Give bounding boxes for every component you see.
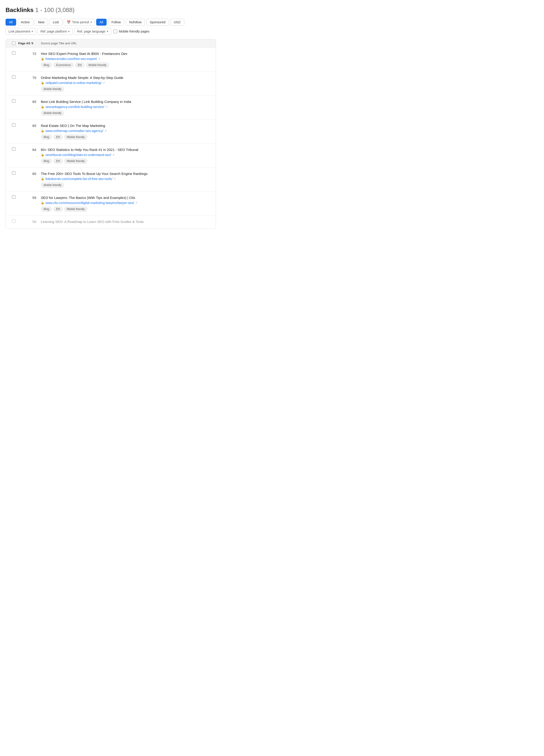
status-filter-active[interactable]: Active xyxy=(18,19,33,26)
link-type-all[interactable]: All xyxy=(96,19,107,26)
row-title: Real Estate SEO | On The Map Marketing xyxy=(41,123,212,128)
row-content: Learning SEO: A Roadmap to Learn SEO wit… xyxy=(39,219,212,225)
link-type-ugc[interactable]: UGC xyxy=(170,19,184,26)
select-all-checkbox[interactable] xyxy=(12,42,15,45)
row-checkbox[interactable] xyxy=(12,51,15,55)
row-content: The Free 200+ SEO Tools To Boost Up Your… xyxy=(39,171,212,188)
tag: EN xyxy=(53,159,63,164)
lock-icon: 🔒 xyxy=(41,129,44,132)
lock-icon: 🔒 xyxy=(41,105,44,108)
external-link-icon: ↗ xyxy=(135,201,137,204)
row-checkbox-col xyxy=(9,147,18,151)
tag: Mobile friendly xyxy=(41,87,64,92)
tag: EN xyxy=(75,63,84,68)
lock-icon: 🔒 xyxy=(41,81,44,84)
row-url-line: 🔒 www.clio.com/resources/digital-marketi… xyxy=(41,201,212,205)
row-url[interactable]: seotribunal.com/blog/stats-to-understand… xyxy=(45,153,111,157)
row-content: SEO for Lawyers: The Basics (With Tips a… xyxy=(39,195,212,212)
tag: EN xyxy=(53,135,63,140)
row-title: 60+ SEO Statistics to Help You Rank #1 i… xyxy=(41,147,212,152)
row-tags: Blog EN Mobile friendly xyxy=(41,159,212,164)
lock-icon: 🔒 xyxy=(41,57,44,60)
row-tags: Blog Ecommerce EN Mobile friendly xyxy=(41,63,212,68)
external-link-icon: ↗ xyxy=(114,177,116,180)
row-score: 70 xyxy=(18,75,39,80)
row-title: Best Link Building Service | Link Buildi… xyxy=(41,99,212,104)
tag: Mobile friendly xyxy=(41,183,64,188)
row-score: 72 xyxy=(18,51,39,56)
table-row: 58 Learning SEO: A Roadmap to Learn SEO … xyxy=(6,216,216,229)
status-filter-lost[interactable]: Lost xyxy=(49,19,62,26)
row-checkbox-col xyxy=(9,51,18,55)
tag: Mobile friendly xyxy=(41,111,64,116)
row-title: The Free 200+ SEO Tools To Boost Up Your… xyxy=(41,171,212,176)
row-checkbox[interactable] xyxy=(12,123,15,127)
row-tags: Blog EN Mobile friendly xyxy=(41,135,212,140)
chevron-down-icon: ▾ xyxy=(90,21,92,24)
link-placement-dropdown[interactable]: Link placement ▾ xyxy=(6,28,36,35)
row-url-line: 🔒 neilpatel.com/what-is-online-marketing… xyxy=(41,81,212,85)
ref-page-platform-dropdown[interactable]: Ref. page platform ▾ xyxy=(37,28,73,35)
row-title: Learning SEO: A Roadmap to Learn SEO wit… xyxy=(41,219,212,224)
lock-icon: 🔒 xyxy=(41,177,44,180)
page-title: Backlinks 1 - 100 (3,088) xyxy=(6,6,216,14)
mobile-friendly-checkbox[interactable] xyxy=(114,30,117,33)
row-checkbox[interactable] xyxy=(12,75,15,79)
row-checkbox-col xyxy=(9,75,18,79)
header-checkbox-col xyxy=(9,42,18,45)
link-type-nofollow[interactable]: Nofollow xyxy=(126,19,145,26)
row-checkbox[interactable] xyxy=(12,147,15,151)
row-url[interactable]: neilpatel.com/what-is-online-marketing/ xyxy=(45,81,102,85)
table-header: Page AS ⇅ Source page Title and URL xyxy=(6,39,216,48)
row-url[interactable]: www.onthemap.com/realtor-seo-agency/ xyxy=(45,129,103,133)
col-page-as-header[interactable]: Page AS ⇅ xyxy=(18,42,39,45)
tag: Mobile friendly xyxy=(64,207,87,212)
row-checkbox[interactable] xyxy=(12,195,15,199)
status-filter-all[interactable]: All xyxy=(6,19,16,26)
status-filter-new[interactable]: New xyxy=(35,19,48,26)
link-type-follow[interactable]: Follow xyxy=(108,19,124,26)
row-score: 65 xyxy=(18,99,39,104)
row-checkbox[interactable] xyxy=(12,99,15,103)
row-checkbox[interactable] xyxy=(12,171,15,175)
tag: Blog xyxy=(41,159,52,164)
row-score: 58 xyxy=(18,219,39,224)
table-row: 70 Online Marketing Made Simple: A Step-… xyxy=(6,72,216,96)
tag: Mobile friendly xyxy=(64,135,87,140)
tag: Blog xyxy=(41,63,52,68)
sort-icon: ⇅ xyxy=(31,42,33,45)
link-type-sponsored[interactable]: Sponsored xyxy=(146,19,169,26)
row-title: Hire SEO Expert Pricing Start At $500 - … xyxy=(41,51,212,56)
row-checkbox[interactable] xyxy=(12,219,15,223)
table-row: 72 Hire SEO Expert Pricing Start At $500… xyxy=(6,48,216,72)
row-url[interactable]: linkskorner.com/complete-list-of-free-se… xyxy=(45,177,112,181)
external-link-icon: ↗ xyxy=(112,153,114,156)
external-link-icon: ↗ xyxy=(98,57,100,60)
row-url-line: 🔒 linkskorner.com/complete-list-of-free-… xyxy=(41,177,212,181)
external-link-icon: ↗ xyxy=(105,105,108,108)
row-url[interactable]: freelancersdev.com/hire-seo-expert/ xyxy=(45,57,97,61)
row-checkbox-col xyxy=(9,171,18,175)
calendar-icon: 📅 xyxy=(67,20,71,24)
time-period-dropdown[interactable]: 📅 Time period ▾ xyxy=(64,19,95,26)
external-link-icon: ↗ xyxy=(105,129,107,132)
ref-page-language-dropdown[interactable]: Ref. page language ▾ xyxy=(74,28,111,35)
row-url[interactable]: www.clio.com/resources/digital-marketing… xyxy=(45,201,134,205)
row-content: Real Estate SEO | On The Map Marketing 🔒… xyxy=(39,123,212,140)
row-score: 65 xyxy=(18,123,39,128)
row-checkbox-col xyxy=(9,123,18,127)
row-tags: Mobile friendly xyxy=(41,87,212,92)
row-url[interactable]: seorankagency.com/link-building-service/ xyxy=(45,105,104,109)
row-tags: Mobile friendly xyxy=(41,183,212,188)
tag: Mobile friendly xyxy=(86,63,109,68)
filter-row-2: Link placement ▾ Ref. page platform ▾ Re… xyxy=(6,28,216,35)
row-title: SEO for Lawyers: The Basics (With Tips a… xyxy=(41,195,212,200)
table-row: 64 60+ SEO Statistics to Help You Rank #… xyxy=(6,144,216,168)
row-url-line: 🔒 seotribunal.com/blog/stats-to-understa… xyxy=(41,153,212,157)
chevron-down-icon: ▾ xyxy=(32,30,33,33)
mobile-friendly-filter[interactable]: Mobile friendly pages xyxy=(114,30,149,33)
row-url-line: 🔒 seorankagency.com/link-building-servic… xyxy=(41,105,212,109)
row-score: 60 xyxy=(18,171,39,176)
table-row: 60 The Free 200+ SEO Tools To Boost Up Y… xyxy=(6,168,216,192)
row-score: 64 xyxy=(18,147,39,152)
